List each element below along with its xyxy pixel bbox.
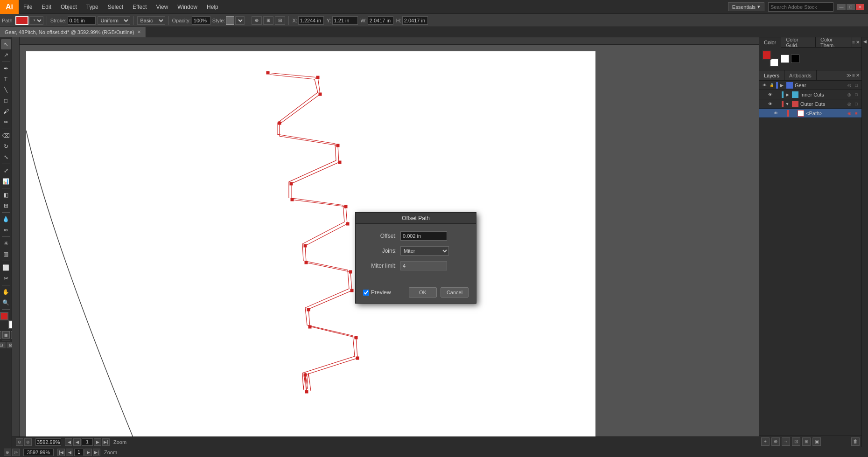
delete-layer-btn[interactable]: 🗑: [851, 437, 860, 446]
h-input[interactable]: [402, 16, 428, 25]
layer-expand-gear[interactable]: ▶: [779, 83, 784, 88]
eraser-tool[interactable]: ⌫: [1, 131, 11, 141]
status-btn-2[interactable]: ◎: [12, 449, 20, 456]
search-input[interactable]: [768, 2, 833, 12]
layers-menu-icon[interactable]: ≡: [852, 73, 855, 78]
transform-icon[interactable]: ⊕: [252, 16, 262, 25]
type-tool[interactable]: T: [1, 74, 11, 84]
prev-page-button[interactable]: ◀: [73, 438, 81, 446]
layer-lock-inner[interactable]: [774, 91, 781, 98]
menu-file[interactable]: File: [19, 0, 37, 14]
y-input[interactable]: [332, 16, 358, 25]
direct-selection-tool[interactable]: ↗: [1, 50, 11, 60]
preview-checkbox[interactable]: [363, 290, 369, 296]
white-swatch[interactable]: [781, 55, 789, 63]
layer-vis-gear[interactable]: 👁: [761, 82, 768, 89]
artboards-tab[interactable]: Artboards: [784, 70, 817, 81]
rotate-tool[interactable]: ↻: [1, 141, 11, 152]
style-select[interactable]: ▼: [235, 16, 245, 25]
layer-outer-cuts[interactable]: 👁 ▼ Outer Cuts ◎ □: [759, 99, 861, 109]
color-icon[interactable]: □: [0, 331, 1, 339]
last-page-button[interactable]: ▶|: [102, 438, 110, 446]
menu-select[interactable]: Select: [103, 0, 128, 14]
stroke-input[interactable]: [68, 16, 96, 25]
layer-gear[interactable]: 👁 🔒 ▶ Gear ◎ □: [759, 81, 861, 90]
layer-select-path[interactable]: ■: [853, 110, 860, 117]
align-icon[interactable]: ⊞: [263, 16, 273, 25]
layer-lock-gear[interactable]: 🔒: [769, 82, 775, 89]
menu-help[interactable]: Help: [202, 0, 223, 14]
hand-tool[interactable]: ✋: [1, 287, 11, 297]
color-theme-tab[interactable]: Color Them.: [816, 37, 852, 48]
merge-visible-btn[interactable]: ⊞: [802, 437, 811, 446]
fill-color-swatch[interactable]: [0, 312, 8, 320]
layer-vis-path[interactable]: 👁: [772, 110, 779, 117]
gradient-icon[interactable]: ▦: [2, 331, 10, 339]
slice-tool[interactable]: ✂: [1, 273, 11, 284]
menu-object[interactable]: Object: [56, 0, 82, 14]
black-swatch[interactable]: [791, 55, 799, 63]
menu-edit[interactable]: Edit: [37, 0, 56, 14]
preview-checkbox-label[interactable]: Preview: [363, 289, 391, 296]
layer-lock-outer[interactable]: [774, 101, 781, 107]
basic-select[interactable]: Basic: [137, 16, 165, 25]
layer-vis-inner[interactable]: 👁: [767, 91, 773, 98]
status-zoom-input[interactable]: [23, 449, 54, 456]
next-page-button[interactable]: ▶: [94, 438, 101, 446]
fill-swatch[interactable]: [762, 50, 771, 60]
opacity-input[interactable]: [192, 16, 210, 25]
layers-tab[interactable]: Layers: [759, 70, 784, 81]
fill-indicator[interactable]: [15, 16, 28, 25]
layer-select-gear[interactable]: □: [853, 82, 860, 89]
x-input[interactable]: [298, 16, 324, 25]
menu-view[interactable]: View: [152, 0, 173, 14]
color-tab[interactable]: Color: [759, 37, 781, 48]
joins-select[interactable]: Miter Round Bevel: [400, 246, 449, 256]
status-icon-1[interactable]: ⊙: [16, 438, 23, 446]
eyedropper-tool[interactable]: 💧: [1, 214, 11, 224]
status-last-btn[interactable]: ▶|: [93, 449, 100, 456]
status-prev-btn[interactable]: ◀: [66, 449, 73, 456]
status-next-btn[interactable]: ▶: [84, 449, 92, 456]
layer-select-inner[interactable]: □: [853, 91, 860, 98]
layer-vis-outer[interactable]: 👁: [767, 101, 773, 107]
artboard-tool[interactable]: ⬜: [1, 263, 11, 273]
line-tool[interactable]: ╲: [1, 85, 11, 95]
cancel-button[interactable]: Cancel: [441, 287, 469, 298]
layer-inner-cuts[interactable]: 👁 ▶ Inner Cuts ◎ □: [759, 90, 861, 99]
w-input[interactable]: [368, 16, 393, 25]
paintbrush-tool[interactable]: 🖌: [1, 106, 11, 117]
layer-target-outer[interactable]: ◎: [846, 101, 853, 107]
template-layer-btn[interactable]: ⊡: [792, 437, 800, 446]
layers-expand-icon[interactable]: ≫: [847, 73, 851, 78]
new-layer-btn[interactable]: +: [761, 437, 770, 446]
panel-menu-icon[interactable]: ≡: [852, 40, 855, 45]
layer-select-outer[interactable]: □: [853, 101, 860, 107]
ok-button[interactable]: OK: [409, 287, 437, 298]
minimize-button[interactable]: —: [837, 4, 846, 10]
layer-target-path[interactable]: ◉: [846, 110, 853, 117]
blend-tool[interactable]: ∞: [1, 225, 11, 235]
warp-tool[interactable]: ⤢: [1, 166, 11, 176]
document-tab[interactable]: Gear, 48Pitch, No offset.dxf* @ 3592.99%…: [0, 27, 146, 37]
page-number-input[interactable]: [82, 438, 93, 446]
graph-tool[interactable]: 📊: [1, 176, 11, 187]
canvas-area[interactable]: Offset Path Offset: Joins: Miter Round B…: [12, 37, 759, 447]
flatten-artwork-btn[interactable]: ▣: [812, 437, 821, 446]
layer-target-inner[interactable]: ◎: [846, 91, 853, 98]
status-first-btn[interactable]: |◀: [57, 449, 65, 456]
rect-tool[interactable]: □: [1, 96, 11, 106]
menu-effect[interactable]: Effect: [128, 0, 151, 14]
close-button[interactable]: ✕: [856, 4, 864, 10]
menu-window[interactable]: Window: [173, 0, 202, 14]
status-btn-1[interactable]: ⊕: [4, 449, 11, 456]
gradient-tool[interactable]: ◧: [1, 190, 11, 200]
fill-select[interactable]: ▼: [29, 16, 43, 25]
scale-tool[interactable]: ⤡: [1, 152, 11, 162]
essentials-dropdown[interactable]: Essentials ▾: [728, 2, 764, 11]
layer-path[interactable]: 👁 <Path> ◉ ■: [759, 109, 861, 118]
mesh-tool[interactable]: ⊞: [1, 201, 11, 211]
status-icon-2[interactable]: ⊚: [24, 438, 32, 446]
screen-mode-1[interactable]: ⊡: [0, 342, 6, 348]
miter-limit-input[interactable]: [400, 261, 447, 270]
